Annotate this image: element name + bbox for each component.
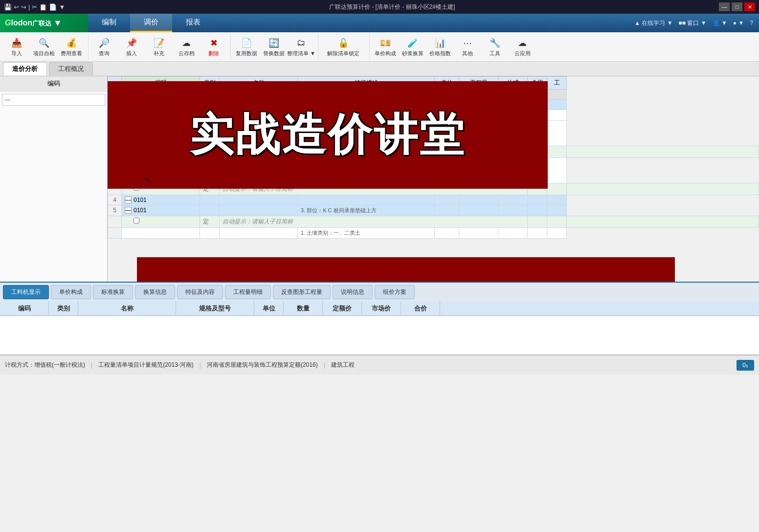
unlock-list-button[interactable]: 🔓 解除清单锁定	[321, 35, 365, 59]
row-content	[528, 110, 547, 121]
row-work	[547, 100, 567, 110]
menu-tab-report[interactable]: 报表	[172, 14, 214, 32]
sub-tab-cost-analysis[interactable]: 造价分析	[3, 62, 47, 76]
minimize-button[interactable]: —	[719, 2, 730, 11]
dot-btn[interactable]: ● ▼	[733, 20, 744, 26]
cloud-save-button[interactable]: ☁ 云存档	[174, 35, 199, 59]
row-code[interactable]: —010101001001	[122, 100, 200, 110]
row-checkbox[interactable]	[134, 148, 139, 154]
panel-tab-code[interactable]: 编码	[0, 76, 107, 92]
bottom-tab-features[interactable]: 特征及内容	[177, 285, 223, 299]
row-checkbox[interactable]	[134, 218, 139, 223]
save-icon[interactable]: 💾	[4, 3, 12, 11]
replace-data-button[interactable]: 🔄 替换数据	[261, 35, 287, 59]
row-code[interactable]: —010101002001	[122, 121, 200, 146]
paste-icon[interactable]: 📄	[49, 3, 57, 11]
row-content	[528, 121, 547, 146]
reuse-data-button[interactable]: 📄 复用数据	[234, 35, 259, 59]
redo-icon[interactable]: ↪	[21, 3, 26, 11]
detail-header: 编码 类别 名称 规格及型号 单位 数量 定额价 市场价 合价	[0, 301, 759, 316]
bottom-tab-description[interactable]: 说明信息	[333, 285, 373, 299]
undo-icon[interactable]: ↩	[14, 3, 19, 11]
price-index-btn[interactable]: 📊 价格指数	[427, 35, 453, 59]
row-qty	[459, 195, 498, 205]
other-btn[interactable]: ⋯ 其他	[455, 35, 480, 59]
row-qty[interactable]: 10008.17	[459, 121, 498, 146]
collapse-btn[interactable]: —	[125, 101, 132, 108]
menu-tab-edit[interactable]: 编制	[88, 14, 130, 32]
row-qty[interactable]: 225.4	[459, 158, 498, 183]
row-code[interactable]: —0101	[122, 205, 200, 216]
bottom-tab-qty-detail[interactable]: 工程量明细	[225, 285, 271, 299]
row-name[interactable]: 自动提示：请输入子目简称	[220, 183, 528, 195]
user-btn[interactable]: 👤 ▼	[713, 20, 727, 26]
bottom-tab-unit-price[interactable]: 单价构成	[51, 285, 91, 299]
row-expr	[498, 158, 528, 183]
logo-brand: Glodon广联达	[5, 19, 51, 28]
menu-bar: Glodon广联达 ▼ 编制 调价 报表 ▲ 在线学习 ▼ ■■ 窗口 ▼ 👤 …	[0, 14, 759, 32]
row-name[interactable]: 自动提示：请输入子目简称	[220, 216, 528, 228]
tools-btn[interactable]: 🔧 工具	[482, 35, 508, 59]
cut-icon[interactable]: ✂	[32, 3, 37, 11]
row-content	[528, 205, 547, 216]
row-index	[108, 228, 122, 239]
unit-price-btn[interactable]: 💴 单价构成	[373, 35, 398, 59]
row-code[interactable]: —010101002003	[122, 158, 200, 183]
bottom-tab-exchange-info[interactable]: 换算信息	[135, 285, 175, 299]
quota-standard: 工程量清单项目计量规范(2013-河南)	[98, 361, 194, 369]
col-header-name: 名称	[220, 77, 298, 89]
tax-method: 计税方式：增值税(一般计税法)	[5, 361, 85, 369]
delete-button[interactable]: ✖ 删除	[201, 35, 226, 59]
close-button[interactable]: ✕	[744, 2, 755, 11]
bottom-tab-pricing[interactable]: 组价方案	[375, 285, 415, 299]
query-button[interactable]: 🔎 查询	[91, 35, 117, 59]
maximize-button[interactable]: □	[732, 2, 742, 11]
collapse-btn[interactable]: —	[125, 159, 132, 166]
menu-tab-adjust[interactable]: 调价	[130, 14, 172, 32]
logo-dropdown[interactable]: ▼	[53, 18, 62, 28]
bottom-tab-back-query[interactable]: 反查图形工程量	[273, 285, 331, 299]
detail-content	[0, 316, 759, 355]
table-row: 定 自动提示：请输入子目简称	[108, 146, 759, 158]
window-btn[interactable]: ■■ 窗口 ▼	[679, 19, 707, 27]
table-area: 编码 类别 名称 特征描述 单位 工程量 达式 含里 工	[108, 76, 759, 282]
row-qty	[459, 100, 498, 110]
sub-tab-project-overview[interactable]: 工程概况	[49, 62, 93, 75]
collapse-btn[interactable]: —	[125, 207, 132, 214]
table-row: 1 —010101001001	[108, 100, 759, 110]
copy-icon[interactable]: 📋	[39, 3, 47, 11]
insert-button[interactable]: 📌 插入	[119, 35, 144, 59]
collapse-icon[interactable]: —	[4, 96, 10, 103]
row-content	[528, 100, 547, 110]
row-checkbox[interactable]	[134, 185, 139, 191]
row-unit: m3	[435, 158, 459, 183]
collapse-btn[interactable]: —	[125, 122, 132, 129]
toolbar-group-tools: 💴 单价构成 🧪 砂浆换算 📊 价格指数 ⋯ 其他 🔧 工具 ☁ 云应用	[373, 34, 539, 60]
row-code[interactable]: —0101	[122, 195, 200, 205]
supplement-button[interactable]: 📝 补充	[146, 35, 172, 59]
mortar-exchange-btn[interactable]: 🧪 砂浆换算	[400, 35, 425, 59]
organize-list-button[interactable]: 🗂 整理清单 ▼	[289, 35, 314, 59]
bottom-tab-material[interactable]: 工料机显示	[3, 285, 49, 299]
col-header-work: 工	[547, 77, 567, 89]
fee-view-icon: 💰	[65, 37, 78, 49]
online-learning-btn[interactable]: ▲ 在线学习 ▼	[634, 19, 672, 27]
row-code[interactable]: —	[122, 89, 200, 100]
col-header-expr: 达式	[498, 77, 528, 89]
row-expr	[498, 110, 528, 121]
cloud-app-btn[interactable]: ☁ 云应用	[510, 35, 535, 59]
row-name[interactable]: 自动提示：请输入子目简称	[220, 146, 528, 158]
project-check-button[interactable]: 🔍 项目自检	[31, 35, 57, 59]
row-code	[122, 146, 200, 158]
import-button[interactable]: 📥 导入	[4, 35, 29, 59]
row-name: 挖一般土方	[220, 121, 298, 146]
bottom-tab-std-exchange[interactable]: 标准换算	[93, 285, 133, 299]
status-action-btn[interactable]: 0₁	[737, 360, 754, 371]
collapse-btn[interactable]: —	[125, 197, 132, 203]
fee-view-button[interactable]: 💰 费用查看	[59, 35, 84, 59]
collapse-btn[interactable]: —	[124, 91, 131, 98]
row-checkbox[interactable]	[134, 111, 139, 117]
row-expr	[498, 205, 528, 216]
help-btn[interactable]: ?	[750, 20, 753, 26]
detail-col-market-price: 市场价	[362, 301, 401, 316]
